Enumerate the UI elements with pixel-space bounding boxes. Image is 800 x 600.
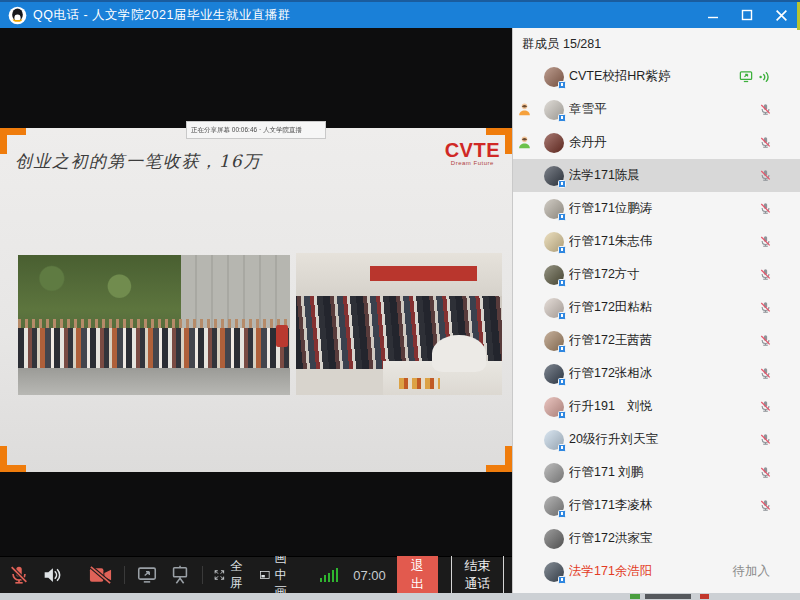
member-status xyxy=(759,202,772,215)
avatar xyxy=(544,364,564,384)
member-row[interactable]: 行管171位鹏涛 xyxy=(513,192,800,225)
member-status xyxy=(738,69,772,84)
member-row[interactable]: 余丹丹 xyxy=(513,126,800,159)
whiteboard-button[interactable] xyxy=(169,564,191,586)
role-slot xyxy=(517,102,544,117)
slide-photo-group xyxy=(18,255,290,395)
device-badge xyxy=(558,345,566,353)
member-name: 法学171陈晨 xyxy=(569,167,759,184)
member-count-header: 群成员 15/281 xyxy=(513,28,800,60)
avatar xyxy=(544,166,564,186)
member-name: 行管171李凌林 xyxy=(569,497,759,514)
screen-share-green-icon xyxy=(738,69,754,84)
member-row[interactable]: 行升191 刘悦 xyxy=(513,390,800,423)
maximize-icon xyxy=(741,9,753,21)
avatar xyxy=(544,331,564,351)
member-row[interactable]: 行管172田粘粘 xyxy=(513,291,800,324)
device-badge xyxy=(558,444,566,452)
device-badge xyxy=(558,510,566,518)
member-name: 行管172田粘粘 xyxy=(569,299,759,316)
device-badge xyxy=(558,378,566,386)
avatar xyxy=(544,397,564,417)
avatar xyxy=(544,133,564,153)
screen-share-button[interactable] xyxy=(136,564,158,586)
qq-call-window: QQ电话 - 人文学院2021届毕业生就业直播群 创业 xyxy=(0,0,800,600)
window-title: QQ电话 - 人文学院2021届毕业生就业直播群 xyxy=(33,7,291,24)
member-status xyxy=(759,169,772,182)
mic-muted-icon xyxy=(759,103,772,116)
member-row[interactable]: 行管171李凌林 xyxy=(513,489,800,522)
member-status xyxy=(759,235,772,248)
mic-muted-icon xyxy=(759,235,772,248)
device-badge xyxy=(558,246,566,254)
device-badge xyxy=(558,114,566,122)
device-badge xyxy=(558,576,566,584)
member-name: 行升191 刘悦 xyxy=(569,398,759,415)
close-button[interactable] xyxy=(764,2,798,28)
camera-off-button[interactable] xyxy=(88,564,113,586)
qq-logo-icon xyxy=(8,6,27,25)
member-row[interactable]: 20级行升刘天宝 xyxy=(513,423,800,456)
role-slot xyxy=(517,135,544,150)
fullscreen-button[interactable]: 全屏 xyxy=(213,558,248,592)
member-row[interactable]: 行管172洪家宝 xyxy=(513,522,800,555)
member-row[interactable]: 行管172张相冰 xyxy=(513,357,800,390)
avatar xyxy=(544,100,564,120)
member-name: 章雪平 xyxy=(569,101,759,118)
mic-muted-icon xyxy=(759,400,772,413)
member-status xyxy=(759,103,772,116)
speaker-icon xyxy=(41,564,63,586)
mic-muted-icon xyxy=(759,169,772,182)
minimize-button[interactable] xyxy=(696,2,730,28)
speaker-button[interactable] xyxy=(41,564,63,586)
screen-share-icon xyxy=(136,564,158,586)
member-name: 行管172张相冰 xyxy=(569,365,759,382)
exit-button[interactable]: 退出 xyxy=(397,553,438,597)
mic-muted-icon xyxy=(759,202,772,215)
device-badge xyxy=(558,411,566,419)
member-row[interactable]: 法学171陈晨 xyxy=(513,159,800,192)
member-row[interactable]: 行管171朱志伟 xyxy=(513,225,800,258)
member-status xyxy=(759,466,772,479)
call-timer: 07:00 xyxy=(353,568,386,583)
admin-person-icon xyxy=(517,135,532,150)
member-row[interactable]: 章雪平 xyxy=(513,93,800,126)
avatar xyxy=(544,67,564,87)
mic-muted-icon xyxy=(759,466,772,479)
maximize-button[interactable] xyxy=(730,2,764,28)
device-badge xyxy=(558,213,566,221)
member-row[interactable]: 行管172王茜茜 xyxy=(513,324,800,357)
toolbar-divider xyxy=(202,566,203,584)
member-name: CVTE校招HR紫婷 xyxy=(569,68,738,85)
mic-muted-icon xyxy=(759,499,772,512)
member-status xyxy=(759,268,772,281)
member-status xyxy=(759,367,772,380)
member-status xyxy=(759,136,772,149)
slide-corner-marker xyxy=(0,446,26,472)
avatar xyxy=(544,430,564,450)
device-badge xyxy=(558,180,566,188)
mic-muted-icon xyxy=(759,433,772,446)
member-list: CVTE校招HR紫婷 章雪平 余丹丹 法学171陈晨 行管171位鹏涛 xyxy=(513,60,800,593)
member-row[interactable]: CVTE校招HR紫婷 xyxy=(513,60,800,93)
pip-icon xyxy=(259,566,271,584)
member-row[interactable]: 行管172方寸 xyxy=(513,258,800,291)
member-row[interactable]: 法学171余浩阳 待加入 xyxy=(513,555,800,588)
whiteboard-icon xyxy=(169,564,191,586)
avatar xyxy=(544,232,564,252)
member-row[interactable]: 行管171 刘鹏 xyxy=(513,456,800,489)
screen-share-banner[interactable]: 正在分享屏幕 00:06:46 · 人文学院直播 xyxy=(186,121,326,139)
mic-muted-button[interactable] xyxy=(8,564,30,586)
member-name: 行管172洪家宝 xyxy=(569,530,772,547)
toolbar-divider xyxy=(124,566,125,584)
member-status xyxy=(759,400,772,413)
device-badge xyxy=(558,81,566,89)
mic-muted-icon xyxy=(759,136,772,149)
fullscreen-icon xyxy=(213,566,226,584)
avatar xyxy=(544,529,564,549)
mic-muted-icon xyxy=(759,268,772,281)
desktop-edge xyxy=(0,593,800,600)
end-call-button[interactable]: 结束通话 xyxy=(451,553,504,597)
member-status: 待加入 xyxy=(733,563,771,580)
member-name: 20级行升刘天宝 xyxy=(569,431,759,448)
